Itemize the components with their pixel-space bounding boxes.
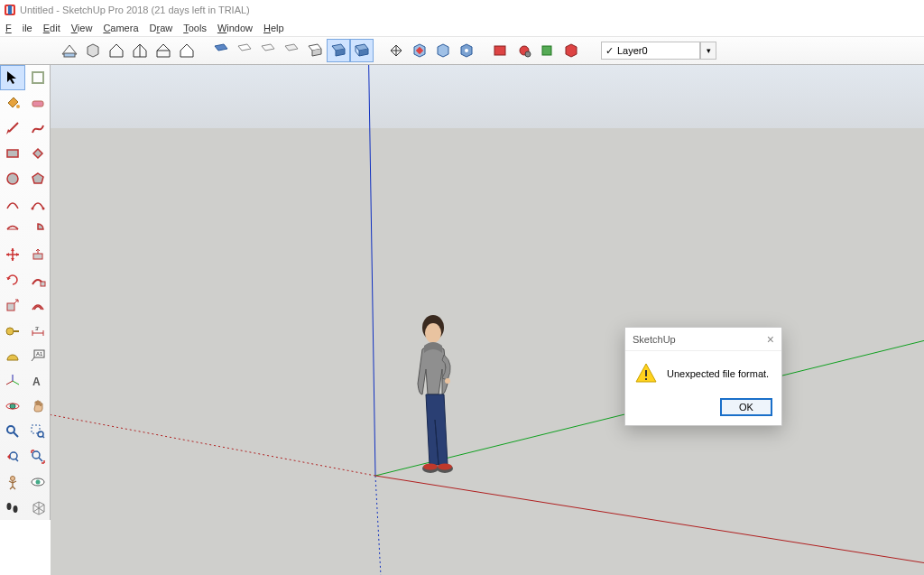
axes-tool-icon[interactable]	[0, 368, 25, 394]
face-blue-icon[interactable]	[209, 39, 233, 62]
dialog-ok-label: OK	[739, 402, 753, 413]
eraser-icon[interactable]	[25, 90, 51, 116]
arc3-tool-icon[interactable]	[0, 217, 25, 242]
svg-point-8	[525, 51, 531, 57]
face-shaded-icon[interactable]	[327, 39, 350, 62]
check-icon: ✓	[605, 45, 614, 57]
zoom-extents-tool-icon[interactable]	[25, 444, 51, 469]
section-cut-icon[interactable]	[431, 39, 455, 62]
face-mono-icon[interactable]	[303, 39, 327, 62]
rectangle-tool-icon[interactable]	[0, 141, 25, 166]
svg-rect-3	[64, 53, 75, 57]
face-texture-icon[interactable]	[350, 39, 374, 62]
section-fill-icon[interactable]	[455, 39, 478, 62]
box-select-icon[interactable]	[25, 65, 51, 90]
svg-rect-51	[645, 378, 647, 380]
house2-icon[interactable]	[128, 39, 152, 62]
layer-selector[interactable]: ✓ Layer0	[601, 42, 700, 60]
dimension-tool-icon[interactable]: 3'	[25, 318, 51, 343]
menu-camera[interactable]: Camera	[103, 23, 138, 33]
svg-rect-19	[7, 303, 14, 311]
orbit-tool-icon[interactable]	[0, 394, 25, 419]
followme-tool-icon[interactable]	[25, 267, 51, 292]
section-plane-icon[interactable]	[384, 39, 408, 62]
menu-edit[interactable]: Edit	[43, 23, 60, 33]
svg-rect-12	[32, 101, 43, 107]
svg-rect-50	[645, 370, 647, 376]
layer-selected-label: Layer0	[617, 45, 648, 56]
menu-draw[interactable]: Draw	[150, 23, 173, 33]
svg-line-41	[375, 476, 924, 566]
dialog-message: Unexpected file format.	[667, 368, 769, 379]
viewport[interactable]	[51, 65, 924, 575]
zoom-window-tool-icon[interactable]	[25, 419, 51, 444]
prev-view-tool-icon[interactable]	[0, 444, 25, 469]
face-sheet-icon[interactable]	[280, 39, 303, 62]
pie-tool-icon[interactable]	[25, 217, 51, 242]
house1-icon[interactable]	[105, 39, 128, 62]
arc2-tool-icon[interactable]	[25, 191, 51, 217]
section-display-icon[interactable]	[408, 39, 431, 62]
svg-rect-10	[32, 72, 43, 83]
tape-tool-icon[interactable]	[0, 318, 25, 343]
face-white-icon[interactable]	[233, 39, 256, 62]
svg-rect-13	[7, 150, 18, 157]
rot-rectangle-tool-icon[interactable]	[25, 141, 51, 166]
ext-green-icon[interactable]	[536, 39, 559, 62]
title-bar: Untitled - SketchUp Pro 2018 (21 days le…	[0, 0, 924, 20]
svg-point-20	[6, 328, 14, 335]
components-icon[interactable]	[81, 39, 105, 62]
pushpull-tool-icon[interactable]	[25, 242, 51, 267]
freehand-tool-icon[interactable]	[25, 116, 51, 141]
model-info-icon[interactable]	[58, 39, 81, 62]
svg-rect-6	[494, 46, 505, 55]
position-camera-tool-icon[interactable]	[0, 469, 25, 495]
menu-help[interactable]: Help	[263, 23, 284, 33]
face-perp-icon[interactable]	[256, 39, 280, 62]
look-around-tool-icon[interactable]	[25, 469, 51, 495]
svg-rect-18	[41, 282, 45, 286]
svg-point-5	[465, 49, 468, 52]
layer-dropdown-button[interactable]: ▾	[700, 42, 716, 60]
circle-tool-icon[interactable]	[0, 166, 25, 191]
svg-point-45	[445, 378, 450, 384]
house3-icon[interactable]	[152, 39, 175, 62]
move-tool-icon[interactable]	[0, 242, 25, 267]
menu-file[interactable]: FFileile	[5, 23, 32, 33]
text-tool-icon[interactable]: A1	[25, 343, 51, 368]
protractor-tool-icon[interactable]	[0, 343, 25, 368]
svg-line-38	[375, 476, 384, 575]
svg-point-11	[16, 105, 20, 108]
rotate-tool-icon[interactable]	[0, 267, 25, 292]
zoom-tool-icon[interactable]	[0, 419, 25, 444]
app-logo-icon	[4, 4, 16, 16]
ext-red-icon[interactable]	[489, 39, 513, 62]
polygon-tool-icon[interactable]	[25, 166, 51, 191]
3dtext-tool-icon[interactable]: A	[25, 368, 51, 394]
svg-point-27	[7, 426, 14, 433]
top-toolbar: ✓ Layer0 ▾	[0, 36, 924, 65]
menu-tools[interactable]: Tools	[183, 23, 207, 33]
dialog-close-button[interactable]: ×	[767, 332, 774, 347]
ext-gear-icon[interactable]	[513, 39, 536, 62]
xray-tool-icon[interactable]	[25, 495, 51, 520]
arc-tool-icon[interactable]	[0, 191, 25, 217]
svg-point-31	[32, 451, 40, 459]
line-tool-icon[interactable]	[0, 116, 25, 141]
left-toolbox: 3' A1 A	[0, 65, 51, 520]
menu-view[interactable]: View	[71, 23, 93, 33]
select-tool-icon[interactable]	[0, 65, 25, 90]
svg-point-49	[438, 464, 452, 470]
offset-tool-icon[interactable]	[25, 292, 51, 318]
dialog-ok-button[interactable]: OK	[720, 398, 772, 416]
house4-icon[interactable]	[175, 39, 199, 62]
paint-bucket-icon[interactable]	[0, 90, 25, 116]
menu-window[interactable]: Window	[217, 23, 253, 33]
pan-tool-icon[interactable]	[25, 394, 51, 419]
scale-tool-icon[interactable]	[0, 292, 25, 318]
svg-point-15	[32, 208, 34, 210]
walk-tool-icon[interactable]	[0, 495, 25, 520]
menu-bar: FFileile Edit View Camera Draw Tools Win…	[0, 20, 924, 36]
svg-text:A1: A1	[36, 351, 43, 357]
ext-warehouse-icon[interactable]	[559, 39, 583, 62]
